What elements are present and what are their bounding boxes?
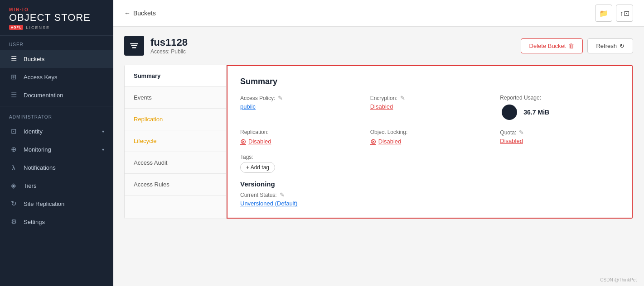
topbar-actions: 📁 ↑⊡ bbox=[595, 5, 633, 22]
license-label: LICENSE bbox=[26, 25, 50, 30]
versioning-section: Versioning Current Status: ✎ Unversioned… bbox=[240, 180, 619, 207]
access-policy-edit-icon[interactable]: ✎ bbox=[278, 95, 283, 101]
add-tag-label: + Add tag bbox=[246, 164, 269, 171]
sidebar-item-monitoring[interactable]: ⊕ Monitoring ▾ bbox=[0, 140, 113, 158]
upload-icon: ↑⊡ bbox=[620, 9, 629, 18]
tab-summary-label: Summary bbox=[134, 72, 160, 79]
tab-replication-label: Replication bbox=[134, 116, 163, 123]
sidebar-documentation-label: Documentation bbox=[24, 92, 104, 99]
monitoring-arrow: ▾ bbox=[102, 147, 104, 152]
object-locking-value[interactable]: ⊗ Disabled bbox=[370, 137, 489, 146]
buckets-icon: ☰ bbox=[9, 54, 18, 63]
replication-field: Replication: ⊗ Disabled bbox=[240, 129, 359, 146]
product-title: OBJECT STORE bbox=[9, 12, 104, 23]
refresh-icon: ↻ bbox=[620, 43, 625, 49]
bucket-tabs: Summary Events Replication Lifecycle Acc… bbox=[125, 65, 227, 219]
user-section-label: User bbox=[0, 36, 113, 50]
access-policy-value[interactable]: public bbox=[240, 103, 359, 110]
tab-lifecycle-label: Lifecycle bbox=[134, 138, 157, 144]
tab-events[interactable]: Events bbox=[125, 87, 226, 109]
sidebar-item-settings[interactable]: ⚙ Settings bbox=[0, 213, 113, 231]
encryption-value[interactable]: Disabled bbox=[370, 103, 489, 110]
quota-edit-icon[interactable]: ✎ bbox=[519, 129, 524, 136]
add-tag-button[interactable]: + Add tag bbox=[240, 162, 275, 173]
current-status-edit-icon[interactable]: ✎ bbox=[280, 191, 285, 198]
replication-value[interactable]: ⊗ Disabled bbox=[240, 137, 359, 146]
current-status-value[interactable]: Unversioned (Default) bbox=[240, 200, 619, 207]
sidebar-item-documentation[interactable]: ☰ Documentation bbox=[0, 86, 113, 104]
tab-access-rules-label: Access Rules bbox=[134, 181, 169, 188]
bucket-body: Summary Events Replication Lifecycle Acc… bbox=[124, 65, 633, 219]
settings-icon: ⚙ bbox=[9, 217, 18, 226]
bucket-icon bbox=[124, 36, 144, 56]
summary-grid: Access Policy: ✎ public Encryption: ✎ Di… bbox=[240, 95, 619, 173]
trash-icon: 🗑 bbox=[568, 43, 574, 49]
license-badge: AGPL LICENSE bbox=[9, 25, 104, 30]
sidebar-notifications-label: Notifications bbox=[24, 164, 104, 171]
site-replication-icon: ↻ bbox=[9, 199, 18, 208]
sidebar-access-keys-label: Access Keys bbox=[24, 74, 104, 81]
product-title-bold: OBJECT bbox=[9, 12, 51, 23]
refresh-button[interactable]: Refresh ↻ bbox=[587, 38, 633, 53]
object-locking-label: Object Locking: bbox=[370, 129, 489, 135]
sidebar-item-access-keys[interactable]: ⊞ Access Keys bbox=[0, 68, 113, 86]
bucket-info: fus1128 Access: Public bbox=[124, 36, 188, 56]
sidebar-settings-label: Settings bbox=[24, 219, 104, 225]
monitoring-icon: ⊕ bbox=[9, 145, 18, 154]
back-label: Buckets bbox=[133, 10, 156, 17]
encryption-edit-icon[interactable]: ✎ bbox=[400, 95, 405, 101]
sidebar-buckets-label: Buckets bbox=[24, 56, 104, 62]
tiers-icon: ◈ bbox=[9, 181, 18, 190]
tab-replication[interactable]: Replication bbox=[125, 109, 226, 130]
encryption-label: Encryption: ✎ bbox=[370, 95, 489, 101]
identity-icon: ⊡ bbox=[9, 127, 18, 136]
access-keys-icon: ⊞ bbox=[9, 72, 18, 81]
sidebar-item-buckets[interactable]: ☰ Buckets bbox=[0, 50, 113, 68]
sidebar-identity-label: Identity bbox=[24, 128, 97, 135]
browse-button[interactable]: 📁 bbox=[595, 5, 612, 22]
tags-label: Tags: bbox=[240, 154, 359, 160]
identity-arrow: ▾ bbox=[102, 129, 104, 134]
back-arrow-icon: ← bbox=[124, 10, 131, 17]
tab-access-rules[interactable]: Access Rules bbox=[125, 174, 226, 195]
topbar: ← Buckets 📁 ↑⊡ bbox=[113, 0, 644, 27]
tab-summary[interactable]: Summary bbox=[125, 65, 226, 87]
tab-access-audit-label: Access Audit bbox=[134, 159, 167, 166]
bucket-name-group: fus1128 Access: Public bbox=[150, 37, 188, 55]
delete-bucket-button[interactable]: Delete Bucket 🗑 bbox=[521, 38, 583, 53]
documentation-icon: ☰ bbox=[9, 91, 18, 100]
agpl-badge: AGPL bbox=[9, 25, 23, 30]
current-status-label: Current Status: ✎ bbox=[240, 191, 619, 198]
object-locking-field: Object Locking: ⊗ Disabled bbox=[370, 129, 489, 146]
sidebar-site-replication-label: Site Replication bbox=[24, 200, 104, 207]
admin-section-label: Administrator bbox=[0, 108, 113, 122]
tags-field: Tags: + Add tag bbox=[240, 154, 359, 173]
back-to-buckets[interactable]: ← Buckets bbox=[124, 10, 156, 17]
access-policy-field: Access Policy: ✎ public bbox=[240, 95, 359, 122]
delete-bucket-label: Delete Bucket bbox=[529, 43, 566, 49]
object-locking-disabled-icon: ⊗ bbox=[370, 137, 376, 146]
product-title-light: STORE bbox=[51, 12, 91, 23]
access-policy-label: Access Policy: ✎ bbox=[240, 95, 359, 101]
sidebar-item-site-replication[interactable]: ↻ Site Replication bbox=[0, 195, 113, 213]
sidebar-item-notifications[interactable]: λ Notifications bbox=[0, 158, 113, 176]
quota-field: Quota: ✎ Disabled bbox=[500, 129, 619, 146]
bucket-header: fus1128 Access: Public Delete Bucket 🗑 R… bbox=[124, 36, 633, 56]
sidebar: MIN·IO OBJECT STORE AGPL LICENSE User ☰ … bbox=[0, 0, 113, 286]
encryption-field: Encryption: ✎ Disabled bbox=[370, 95, 489, 122]
content-area: fus1128 Access: Public Delete Bucket 🗑 R… bbox=[113, 27, 644, 286]
sidebar-item-identity[interactable]: ⊡ Identity ▾ bbox=[0, 122, 113, 140]
refresh-label: Refresh bbox=[596, 43, 617, 49]
reported-usage-label: Reported Usage: bbox=[500, 95, 619, 101]
sidebar-monitoring-label: Monitoring bbox=[24, 146, 97, 153]
summary-content: Summary Access Policy: ✎ public Encrypti… bbox=[227, 65, 633, 219]
tab-access-audit[interactable]: Access Audit bbox=[125, 152, 226, 174]
bucket-name: fus1128 bbox=[150, 37, 188, 48]
sidebar-item-tiers[interactable]: ◈ Tiers bbox=[0, 176, 113, 195]
svg-point-0 bbox=[502, 105, 517, 120]
replication-disabled-icon: ⊗ bbox=[240, 137, 246, 146]
replication-label: Replication: bbox=[240, 129, 359, 135]
quota-value[interactable]: Disabled bbox=[500, 138, 619, 144]
export-button[interactable]: ↑⊡ bbox=[616, 5, 633, 22]
tab-lifecycle[interactable]: Lifecycle bbox=[125, 130, 226, 152]
